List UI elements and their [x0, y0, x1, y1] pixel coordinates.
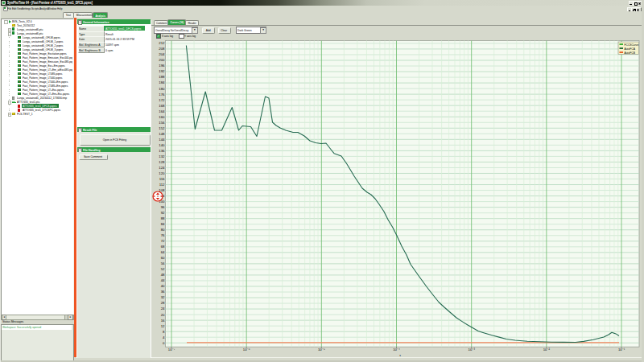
svg-text:124: 124 [159, 166, 165, 170]
svg-text:116: 116 [159, 177, 165, 181]
svg-text:20: 20 [161, 313, 165, 317]
svg-text:16: 16 [161, 319, 165, 323]
svg-text:12: 12 [161, 324, 165, 328]
svg-text:FCCSCurve: FCCSCurve [625, 43, 639, 47]
svg-text:188: 188 [159, 75, 165, 79]
svg-text:140: 140 [159, 143, 165, 147]
svg-text:164: 164 [159, 109, 165, 113]
svg-text:56: 56 [161, 261, 165, 265]
svg-text:132: 132 [159, 154, 165, 158]
svg-text:204: 204 [159, 52, 165, 56]
svg-text:92: 92 [161, 211, 165, 215]
svg-text:84: 84 [161, 222, 165, 226]
svg-text:10⁻⁴: 10⁻⁴ [393, 348, 400, 352]
svg-text:44: 44 [161, 278, 165, 282]
svg-text:152: 152 [159, 126, 165, 130]
svg-text:192: 192 [159, 69, 165, 73]
svg-text:76: 76 [161, 233, 165, 237]
svg-text:48: 48 [161, 273, 165, 277]
svg-text:212: 212 [159, 41, 165, 45]
svg-text:10⁻²: 10⁻² [543, 348, 551, 352]
svg-text:176: 176 [159, 93, 165, 97]
svg-text:AutoFCB: AutoFCB [625, 51, 636, 55]
svg-text:80: 80 [161, 228, 165, 232]
svg-text:32: 32 [161, 295, 165, 299]
svg-text:28: 28 [161, 301, 165, 305]
svg-text:128: 128 [159, 160, 165, 164]
svg-text:160: 160 [159, 115, 165, 119]
svg-text:8: 8 [163, 330, 165, 334]
svg-text:144: 144 [159, 138, 165, 142]
svg-text:64: 64 [161, 250, 165, 254]
svg-text:180: 180 [159, 87, 165, 91]
svg-text:36: 36 [161, 290, 165, 294]
svg-text:120: 120 [159, 171, 165, 175]
svg-text:156: 156 [159, 121, 165, 125]
svg-text:52: 52 [161, 267, 165, 271]
svg-text:184: 184 [159, 80, 165, 84]
svg-text:72: 72 [161, 239, 165, 243]
svg-text:10⁻⁶: 10⁻⁶ [243, 348, 250, 352]
svg-text:AutoFCA: AutoFCA [625, 47, 636, 51]
svg-text:148: 148 [159, 132, 165, 136]
svg-text:0: 0 [163, 341, 165, 345]
svg-text:10⁻⁷: 10⁻⁷ [168, 348, 175, 352]
svg-text:10⁻³: 10⁻³ [469, 348, 476, 352]
svg-text:24: 24 [161, 306, 165, 311]
svg-text:60: 60 [161, 256, 165, 260]
svg-text:196: 196 [159, 64, 165, 68]
svg-text:96: 96 [161, 205, 165, 209]
svg-text:88: 88 [161, 216, 165, 220]
svg-text:4: 4 [163, 335, 165, 339]
svg-text:10⁻⁵: 10⁻⁵ [318, 348, 325, 352]
svg-text:168: 168 [159, 104, 165, 108]
svg-text:112: 112 [159, 183, 165, 187]
svg-text:200: 200 [159, 58, 165, 62]
svg-text:10⁻¹: 10⁻¹ [618, 348, 625, 352]
svg-text:172: 172 [159, 98, 165, 102]
svg-text:68: 68 [161, 245, 165, 249]
svg-text:136: 136 [159, 149, 165, 153]
svg-text:40: 40 [161, 284, 165, 288]
svg-text:208: 208 [159, 47, 165, 51]
